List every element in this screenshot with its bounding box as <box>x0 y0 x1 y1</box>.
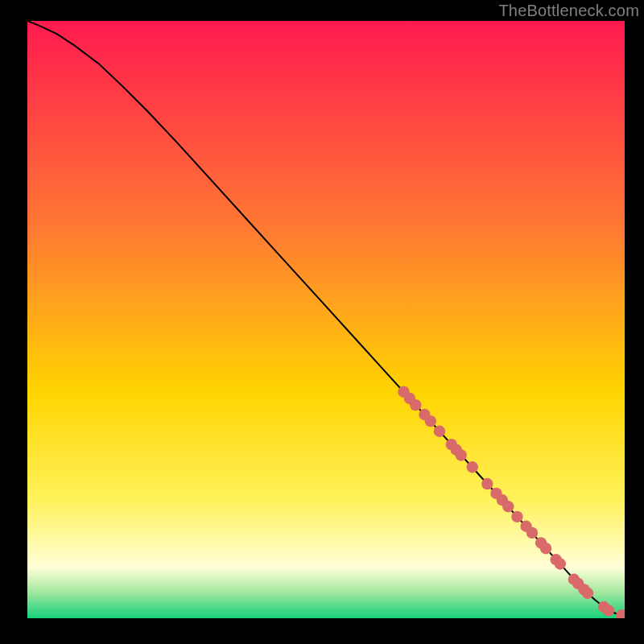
chart-frame: TheBottleneck.com <box>0 0 644 644</box>
plot-area <box>27 21 625 618</box>
data-marker <box>410 399 421 411</box>
data-marker <box>603 605 614 616</box>
data-marker <box>455 449 466 460</box>
data-marker <box>555 558 566 569</box>
data-marker <box>481 478 493 489</box>
data-marker <box>502 501 514 512</box>
data-marker <box>540 543 551 554</box>
data-marker <box>425 415 436 427</box>
watermark-text: TheBottleneck.com <box>498 2 639 20</box>
chart-svg <box>27 21 625 618</box>
data-marker <box>467 461 478 473</box>
data-marker <box>582 588 593 599</box>
data-marker <box>434 426 445 437</box>
data-marker <box>511 511 522 522</box>
data-marker <box>526 527 538 539</box>
